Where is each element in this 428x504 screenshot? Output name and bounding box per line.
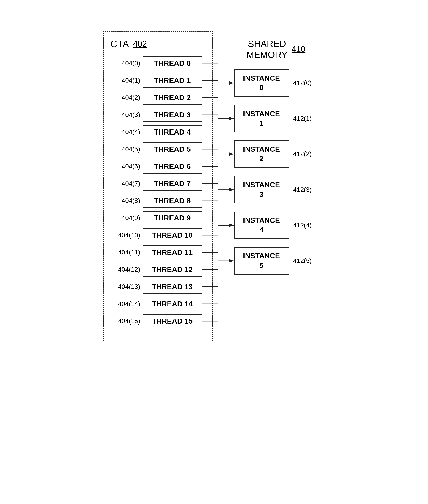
shared-memory-box: SHARED MEMORY 410 INSTANCE 0412(0)INSTAN… [227, 31, 325, 293]
thread-id-1: 404(1) [110, 77, 140, 84]
thread-box-3: THREAD 3 [143, 108, 202, 122]
thread-id-2: 404(2) [110, 94, 140, 101]
thread-id-7: 404(7) [110, 180, 140, 187]
thread-row-8: 404(8)THREAD 8 [110, 194, 206, 208]
thread-id-6: 404(6) [110, 163, 140, 170]
thread-row-4: 404(4)THREAD 4 [110, 125, 206, 139]
shared-memory-title: SHARED MEMORY [247, 38, 288, 60]
thread-row-5: 404(5)THREAD 5 [110, 142, 206, 156]
cta-label: CTA [110, 39, 129, 49]
thread-row-3: 404(3)THREAD 3 [110, 108, 206, 122]
instance-ref-1: 412(1) [293, 115, 312, 122]
thread-row-2: 404(2)THREAD 2 [110, 91, 206, 105]
thread-box-2: THREAD 2 [143, 91, 202, 105]
thread-box-14: THREAD 14 [143, 297, 202, 311]
instance-ref-0: 412(0) [293, 79, 312, 87]
thread-id-5: 404(5) [110, 146, 140, 153]
instance-row-5: INSTANCE 5412(5) [234, 247, 318, 274]
instance-box-1: INSTANCE 1 [234, 105, 289, 132]
thread-id-10: 404(10) [110, 231, 140, 239]
instance-box-5: INSTANCE 5 [234, 247, 289, 274]
instance-ref-3: 412(3) [293, 186, 312, 194]
thread-id-11: 404(11) [110, 249, 140, 256]
instance-row-2: INSTANCE 2412(2) [234, 140, 318, 168]
thread-id-12: 404(12) [110, 266, 140, 273]
thread-row-6: 404(6)THREAD 6 [110, 160, 206, 173]
thread-row-15: 404(15)THREAD 15 [110, 314, 206, 328]
thread-id-9: 404(9) [110, 214, 140, 222]
thread-row-1: 404(1)THREAD 1 [110, 73, 206, 88]
instance-ref-5: 412(5) [293, 257, 312, 265]
thread-row-10: 404(10)THREAD 10 [110, 228, 206, 242]
thread-row-0: 404(0)THREAD 0 [110, 56, 206, 70]
thread-box-6: THREAD 6 [143, 160, 202, 173]
instance-row-0: INSTANCE 0412(0) [234, 69, 318, 97]
thread-id-14: 404(14) [110, 300, 140, 308]
thread-box-1: THREAD 1 [143, 73, 202, 88]
thread-id-4: 404(4) [110, 128, 140, 136]
instance-ref-4: 412(4) [293, 222, 312, 229]
thread-box-0: THREAD 0 [143, 56, 202, 70]
thread-box-7: THREAD 7 [143, 177, 202, 191]
diagram-container: CTA 402 404(0)THREAD 0404(1)THREAD 1404(… [19, 17, 409, 487]
thread-box-11: THREAD 11 [143, 245, 202, 260]
thread-id-8: 404(8) [110, 197, 140, 204]
instance-ref-2: 412(2) [293, 150, 312, 158]
shared-memory-ref: 410 [292, 44, 305, 54]
thread-box-9: THREAD 9 [143, 211, 202, 225]
thread-row-9: 404(9)THREAD 9 [110, 211, 206, 225]
instance-row-1: INSTANCE 1412(1) [234, 105, 318, 132]
thread-box-8: THREAD 8 [143, 194, 202, 208]
instance-row-3: INSTANCE 3412(3) [234, 176, 318, 203]
instance-row-4: INSTANCE 4412(4) [234, 211, 318, 239]
thread-box-15: THREAD 15 [143, 314, 202, 328]
cta-ref: 402 [133, 39, 147, 49]
thread-row-13: 404(13)THREAD 13 [110, 280, 206, 294]
instance-box-0: INSTANCE 0 [234, 69, 289, 97]
thread-box-10: THREAD 10 [143, 228, 202, 242]
thread-id-13: 404(13) [110, 283, 140, 290]
instance-box-3: INSTANCE 3 [234, 176, 289, 203]
thread-box-4: THREAD 4 [143, 125, 202, 139]
cta-box: CTA 402 404(0)THREAD 0404(1)THREAD 1404(… [103, 31, 213, 341]
thread-row-11: 404(11)THREAD 11 [110, 245, 206, 260]
thread-id-3: 404(3) [110, 111, 140, 119]
instance-box-4: INSTANCE 4 [234, 211, 289, 239]
thread-row-12: 404(12)THREAD 12 [110, 263, 206, 277]
thread-box-13: THREAD 13 [143, 280, 202, 294]
thread-id-15: 404(15) [110, 317, 140, 325]
thread-box-12: THREAD 12 [143, 263, 202, 277]
instance-box-2: INSTANCE 2 [234, 140, 289, 168]
thread-box-5: THREAD 5 [143, 142, 202, 156]
thread-id-0: 404(0) [110, 60, 140, 67]
thread-row-7: 404(7)THREAD 7 [110, 177, 206, 191]
thread-row-14: 404(14)THREAD 14 [110, 297, 206, 311]
